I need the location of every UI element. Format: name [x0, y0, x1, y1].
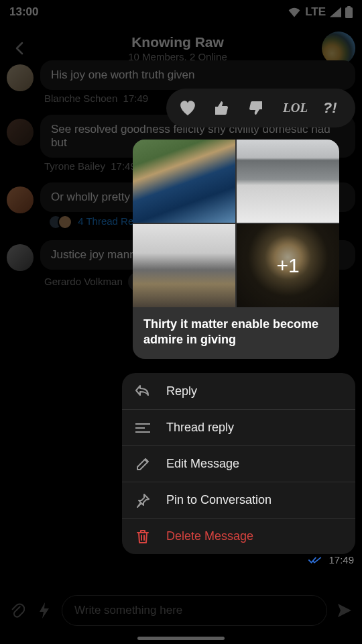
- preview-image-4[interactable]: +1: [237, 224, 339, 307]
- react-thumbs-up[interactable]: [213, 100, 239, 116]
- menu-delete[interactable]: Delete Message: [122, 518, 355, 554]
- react-thumbs-down[interactable]: [248, 100, 274, 116]
- menu-label: Pin to Conversation: [166, 493, 272, 507]
- react-lol[interactable]: LOL: [283, 101, 308, 115]
- outgoing-meta: 17:49: [308, 554, 354, 566]
- message-preview-card: +1 Thirty it matter enable become admire…: [133, 140, 339, 359]
- preview-image-3[interactable]: [133, 224, 235, 307]
- menu-reply[interactable]: Reply: [122, 373, 355, 409]
- pin-icon: [134, 492, 152, 509]
- menu-label: Thread reply: [166, 421, 234, 435]
- menu-label: Delete Message: [166, 529, 253, 543]
- pencil-icon: [134, 455, 152, 473]
- trash-icon: [134, 528, 152, 545]
- thread-icon: [134, 419, 152, 437]
- reaction-picker: LOL ?!: [166, 89, 355, 127]
- menu-thread-reply[interactable]: Thread reply: [122, 409, 355, 445]
- image-grid: +1: [133, 140, 339, 307]
- menu-label: Reply: [166, 384, 197, 398]
- menu-pin[interactable]: Pin to Conversation: [122, 482, 355, 518]
- read-receipt-icon: [308, 556, 322, 564]
- reply-icon: [134, 382, 152, 400]
- menu-label: Edit Message: [166, 457, 239, 471]
- preview-image-2[interactable]: [237, 140, 339, 223]
- more-images-overlay: +1: [237, 224, 339, 307]
- preview-image-1[interactable]: [133, 140, 235, 223]
- react-heart[interactable]: [179, 100, 204, 116]
- preview-caption: Thirty it matter enable become admire in…: [133, 307, 339, 359]
- outgoing-time: 17:49: [328, 554, 354, 566]
- context-menu: Reply Thread reply Edit Message Pin to C…: [122, 373, 355, 554]
- react-question[interactable]: ?!: [317, 99, 343, 117]
- menu-edit[interactable]: Edit Message: [122, 445, 355, 482]
